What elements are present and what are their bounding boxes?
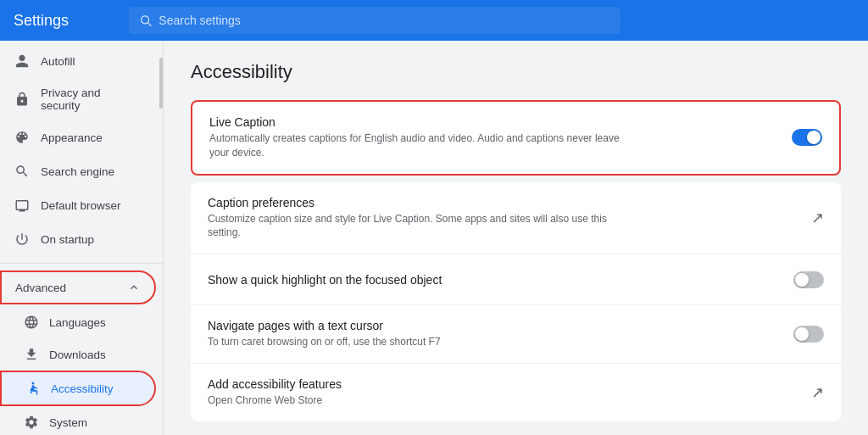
power-icon bbox=[14, 231, 31, 248]
sidebar-item-on-startup-label: On startup bbox=[41, 233, 94, 246]
sidebar-item-system-label: System bbox=[49, 416, 87, 429]
toggle-knob-2 bbox=[795, 273, 809, 287]
sidebar-advanced-label: Advanced bbox=[15, 282, 66, 294]
text-cursor-row: Navigate pages with a text cursor To tur… bbox=[191, 305, 841, 364]
highlight-focus-title: Show a quick highlight on the focused ob… bbox=[208, 273, 793, 287]
sidebar-item-appearance[interactable]: Appearance bbox=[0, 120, 156, 154]
settings-icon bbox=[24, 415, 39, 430]
person-icon bbox=[14, 53, 31, 70]
add-accessibility-text: Add accessibility features Open Chrome W… bbox=[208, 377, 811, 408]
globe-icon bbox=[24, 315, 39, 330]
sidebar-item-system[interactable]: System bbox=[0, 406, 156, 435]
app-title: Settings bbox=[14, 12, 115, 30]
download-icon bbox=[24, 347, 39, 362]
sidebar-item-languages-label: Languages bbox=[49, 316, 106, 329]
sidebar: Autofill Privacy and security Appearance… bbox=[0, 41, 164, 435]
sidebar-item-autofill[interactable]: Autofill bbox=[0, 44, 156, 78]
scroll-indicator bbox=[159, 58, 163, 109]
search-input[interactable] bbox=[159, 14, 610, 27]
live-caption-toggle[interactable] bbox=[792, 129, 822, 146]
live-caption-desc: Automatically creates captions for Engli… bbox=[209, 131, 633, 160]
search-icon bbox=[14, 163, 31, 180]
caption-pref-desc: Customize caption size and style for Liv… bbox=[208, 212, 632, 241]
sidebar-advanced-header[interactable]: Advanced bbox=[0, 270, 156, 304]
search-bar[interactable] bbox=[129, 7, 620, 34]
settings-card-main: Caption preferences Customize caption si… bbox=[191, 182, 841, 421]
sidebar-item-search-engine[interactable]: Search engine bbox=[0, 154, 156, 188]
chevron-up-icon bbox=[127, 281, 141, 294]
sidebar-item-privacy-label: Privacy and security bbox=[41, 86, 142, 112]
add-accessibility-title: Add accessibility features bbox=[208, 377, 811, 391]
text-cursor-desc: To turn caret browsing on or off, use th… bbox=[208, 335, 632, 349]
svg-line-1 bbox=[148, 23, 152, 26]
sidebar-item-privacy[interactable]: Privacy and security bbox=[0, 78, 156, 120]
content-area: Accessibility Live Caption Automatically… bbox=[164, 41, 868, 435]
sidebar-item-default-browser[interactable]: Default browser bbox=[0, 188, 156, 222]
sidebar-item-accessibility-label: Accessibility bbox=[51, 382, 114, 395]
topbar: Settings bbox=[0, 0, 868, 41]
toggle-knob bbox=[807, 131, 821, 144]
caption-pref-ext-link[interactable]: ↗ bbox=[811, 209, 824, 227]
search-icon bbox=[139, 14, 152, 27]
sidebar-item-default-browser-label: Default browser bbox=[41, 199, 121, 212]
live-caption-title: Live Caption bbox=[209, 115, 792, 129]
sidebar-item-downloads-label: Downloads bbox=[49, 349, 106, 361]
sidebar-item-autofill-label: Autofill bbox=[41, 55, 75, 68]
page-title: Accessibility bbox=[191, 61, 841, 83]
live-caption-row: Live Caption Automatically creates capti… bbox=[192, 102, 839, 174]
caption-preferences-row: Caption preferences Customize caption si… bbox=[191, 182, 841, 255]
sidebar-divider bbox=[0, 263, 163, 264]
accessibility-icon bbox=[25, 381, 41, 396]
sidebar-item-on-startup[interactable]: On startup bbox=[0, 222, 156, 256]
sidebar-item-accessibility[interactable]: Accessibility bbox=[0, 371, 156, 406]
caption-pref-title: Caption preferences bbox=[208, 196, 811, 209]
text-cursor-text: Navigate pages with a text cursor To tur… bbox=[208, 319, 793, 349]
highlight-focus-text: Show a quick highlight on the focused ob… bbox=[208, 273, 793, 287]
svg-point-2 bbox=[32, 382, 35, 385]
text-cursor-toggle[interactable] bbox=[793, 326, 824, 343]
add-accessibility-row: Add accessibility features Open Chrome W… bbox=[191, 364, 841, 421]
add-accessibility-desc: Open Chrome Web Store bbox=[208, 393, 632, 408]
sidebar-item-appearance-label: Appearance bbox=[41, 131, 103, 144]
highlight-focus-row: Show a quick highlight on the focused ob… bbox=[191, 254, 841, 305]
text-cursor-title: Navigate pages with a text cursor bbox=[208, 319, 793, 332]
sidebar-item-languages[interactable]: Languages bbox=[0, 306, 156, 338]
palette-icon bbox=[14, 129, 31, 146]
highlight-focus-toggle[interactable] bbox=[793, 271, 824, 288]
caption-pref-text: Caption preferences Customize caption si… bbox=[208, 196, 811, 241]
toggle-knob-3 bbox=[795, 327, 809, 341]
sidebar-item-search-label: Search engine bbox=[41, 165, 114, 178]
monitor-icon bbox=[14, 197, 31, 214]
lock-icon bbox=[14, 91, 31, 108]
sidebar-item-downloads[interactable]: Downloads bbox=[0, 338, 156, 371]
main-layout: Autofill Privacy and security Appearance… bbox=[0, 41, 868, 435]
live-caption-text: Live Caption Automatically creates capti… bbox=[209, 115, 792, 160]
live-caption-card: Live Caption Automatically creates capti… bbox=[191, 100, 841, 176]
add-accessibility-ext-link[interactable]: ↗ bbox=[811, 383, 824, 402]
